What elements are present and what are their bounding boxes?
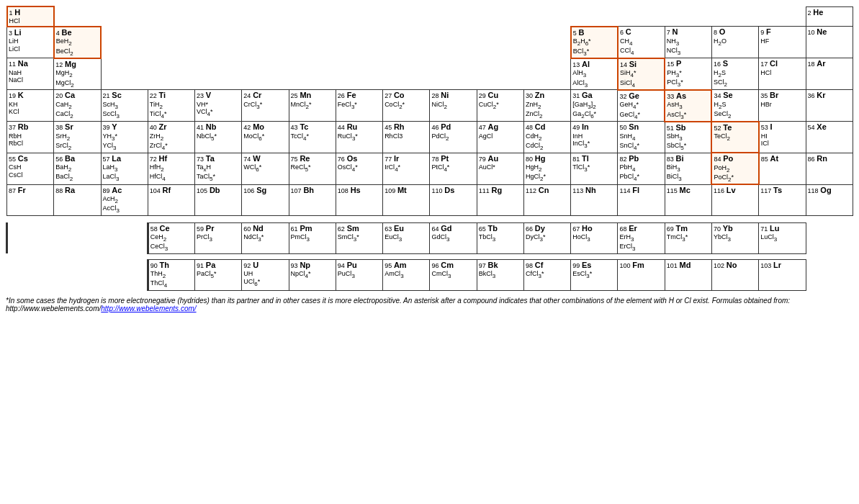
element-Ir: 77 Ir IrCl4* [383,153,430,184]
element-Mo: 42 Mo MoCl6* [242,122,289,153]
element-Og: 118 Og [806,184,853,215]
element-Pu: 94 Pu PuCl3 [336,259,382,290]
element-Pm: 61 Pm PmCl3 [289,222,336,253]
element-Ba: 56 Ba BaH2 BaCl2 [54,153,101,184]
element-Rh: 45 Rh RhCl3 [383,122,430,153]
element-Ts: 117 Ts [759,184,806,215]
element-Cf: 98 Cf CfCl3* [523,259,570,290]
element-Mn: 25 Mn MnCl2* [289,90,336,122]
element-Mc: 115 Mc [665,184,711,215]
element-Lv: 116 Lv [711,184,758,215]
element-Na: 11 Na NaH NaCl [7,58,54,90]
footnote: *In some cases the hydrogen is more elec… [6,297,853,312]
element-O: 8 O H2O [711,27,758,58]
element-Sm: 62 Sm SmCl3* [336,222,382,253]
element-Fm: 100 Fm [618,259,665,290]
element-Cr: 24 Cr CrCl3* [242,90,289,122]
element-Fl: 114 Fl [618,184,665,215]
element-Hf: 72 Hf HfH2 HfCl4 [148,153,194,184]
periodic-table: 1 H HCl 2 He 3 Li LiH LiCl 4 Be BeH2 BeC… [6,6,853,312]
element-Zr: 40 Zr ZrH2 ZrCl4* [148,122,194,153]
element-Ra: 88 Ra [54,184,101,215]
element-Te: 52 Te TeCl2 [711,122,758,153]
element-He: 2 He [806,6,853,27]
element-Lr: 103 Lr [759,259,806,290]
element-Mt: 109 Mt [383,184,430,215]
element-V: 23 V VH* VCl4* [195,90,242,122]
element-Os: 76 Os OsCl4* [336,153,382,184]
element-Am: 95 Am AmCl3 [383,259,430,290]
element-Sc: 21 Sc ScH3 ScCl3 [101,90,148,122]
element-Pb: 82 Pb PbH4 PbCl4* [618,153,665,184]
element-Cl: 17 Cl HCl [759,58,806,90]
footnote-link[interactable]: http://www.webelements.com/ [101,305,196,312]
element-In: 49 In InH InCl3* [571,122,618,153]
element-Ac: 89 Ac AcH2 AcCl3 [101,184,148,215]
element-Bi: 83 Bi BiH3 BiCl3 [665,153,711,184]
element-Y: 39 Y YH3* YCl3 [101,122,148,153]
element-Cm: 96 Cm CmCl3 [430,259,477,290]
element-Rg: 111 Rg [477,184,523,215]
element-Tl: 81 Tl TlCl3* [571,153,618,184]
element-Sr: 38 Sr SrH2 SrCl2 [54,122,101,153]
element-Rf: 104 Rf [148,184,194,215]
element-H: 1 H HCl [7,6,54,27]
element-Md: 101 Md [665,259,711,290]
element-Eu: 63 Eu EuCl3 [383,222,430,253]
element-Rb: 37 Rb RbH RbCl [7,122,54,153]
element-Cd: 48 Cd CdH2 CdCl2 [523,122,570,153]
element-Pd: 46 Pd PdCl2 [430,122,477,153]
element-Ta: 73 Ta TaxH TaCl5* [195,153,242,184]
element-Si: 14 Si SiH4* SiCl4 [618,58,665,90]
element-Au: 79 Au AuCl* [477,153,523,184]
element-W: 74 W WCl6* [242,153,289,184]
element-U: 92 U UH UCl6* [242,259,289,290]
element-Cn: 112 Cn [523,184,570,215]
element-Tc: 43 Tc TcCl4* [289,122,336,153]
element-Hg: 80 Hg HgH2 HgCl2* [523,153,570,184]
element-La: 57 La LaH3 LaCl3 [101,153,148,184]
element-Sn: 50 Sn SnH4 SnCl4* [618,122,665,153]
element-Lu: 71 Lu LuCl3 [759,222,806,253]
element-Bk: 97 Bk BkCl3 [477,259,523,290]
element-Br: 35 Br HBr [759,90,806,122]
element-Ar: 18 Ar [806,58,853,90]
element-Gd: 64 Gd GdCl3 [430,222,477,253]
element-Th: 90 Th ThH2 ThCl4 [148,259,194,290]
element-Ru: 44 Ru RuCl3* [336,122,382,153]
element-At: 85 At [759,153,806,184]
element-Cu: 29 Cu CuCl2* [477,90,523,122]
element-Pt: 78 Pt PtCl4* [430,153,477,184]
element-Er: 68 Er ErH3 ErCl3 [618,222,665,253]
element-Dy: 66 Dy DyCl3* [523,222,570,253]
element-Hs: 108 Hs [336,184,382,215]
element-Ne: 10 Ne [806,27,853,58]
element-Yb: 70 Yb YbCl3 [711,222,758,253]
element-Be: 4 Be BeH2 BeCl2 [54,27,101,58]
element-Nd: 60 Nd NdCl3* [242,222,289,253]
element-Po: 84 Po PoH2 PoCl2* [711,153,758,184]
element-K: 19 K KH KCl [7,90,54,122]
element-Rn: 86 Rn [806,153,853,184]
element-Kr: 36 Kr [806,90,853,122]
element-Pr: 59 Pr PrCl3 [195,222,242,253]
element-S: 16 S H2S SCl2 [711,58,758,90]
element-Ge: 32 Ge GeH4* GeCl4* [618,90,665,122]
element-Cs: 55 Cs CsH CsCl [7,153,54,184]
element-Ga: 31 Ga [GaH3]2 Ga2Cl6* [571,90,618,122]
element-Li: 3 Li LiH LiCl [7,27,54,58]
element-Bh: 107 Bh [289,184,336,215]
element-Ca: 20 Ca CaH2 CaCl2 [54,90,101,122]
element-N: 7 N NH3 NCl3 [665,27,711,58]
element-Sg: 106 Sg [242,184,289,215]
element-Fr: 87 Fr [7,184,54,215]
element-Se: 34 Se H2S SeCl2 [711,90,758,122]
element-Co: 27 Co CoCl2* [383,90,430,122]
element-Nh: 113 Nh [571,184,618,215]
element-Ds: 110 Ds [430,184,477,215]
element-Ti: 22 Ti TiH2 TiCl4* [148,90,194,122]
element-Np: 93 Np NpCl4* [289,259,336,290]
element-P: 15 P PH3* PCl3* [665,58,711,90]
element-Xe: 54 Xe [806,122,853,153]
element-Tb: 65 Tb TbCl3 [477,222,523,253]
